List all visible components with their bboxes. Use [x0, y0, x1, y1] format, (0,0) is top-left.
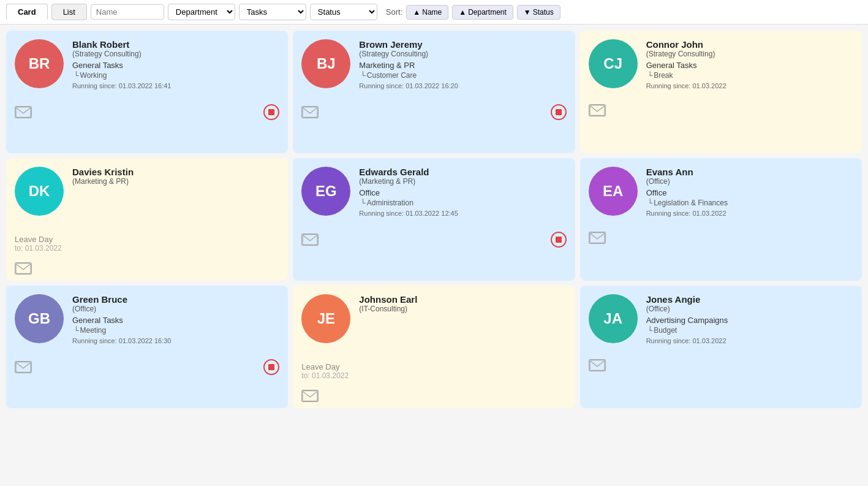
- card-name: Blank Robert: [72, 39, 279, 50]
- tasks-filter[interactable]: Tasks: [239, 4, 306, 20]
- avatar: EA: [589, 167, 638, 216]
- tab-card[interactable]: Card: [6, 4, 48, 20]
- card-name: Brown Jeremy: [359, 39, 566, 50]
- card-brown-jeremy: BJ Brown Jeremy (Strategy Consulting) Ma…: [293, 31, 575, 153]
- card-leave: Leave Day: [301, 357, 566, 371]
- stop-button[interactable]: [263, 359, 279, 375]
- card-dept: (Strategy Consulting): [359, 50, 566, 58]
- svg-rect-0: [16, 107, 31, 118]
- card-info: Brown Jeremy (Strategy Consulting) Marke…: [359, 39, 566, 89]
- stop-button[interactable]: [551, 104, 567, 120]
- mail-icon[interactable]: [589, 359, 606, 371]
- card-bottom: [589, 101, 853, 116]
- card-dept: (Marketing & PR): [72, 177, 279, 186]
- envelope-icon: [589, 232, 605, 244]
- svg-rect-5: [590, 233, 605, 243]
- card-info: Edwards Gerald (Marketing & PR) OfficeAd…: [359, 167, 566, 217]
- card-subtask: Working: [72, 71, 279, 80]
- mail-icon[interactable]: [15, 106, 32, 118]
- envelope-icon: [15, 106, 31, 118]
- card-running: Running since: 01.03.2022 16:20: [359, 82, 566, 89]
- department-filter[interactable]: Department: [168, 4, 235, 20]
- card-name: Evans Ann: [646, 167, 853, 177]
- card-name: Davies Kristin: [72, 167, 279, 177]
- card-task: Office: [359, 188, 566, 197]
- mail-icon[interactable]: [15, 361, 32, 373]
- card-bottom: [301, 228, 566, 248]
- card-subtask: Meeting: [72, 326, 279, 335]
- card-top: JA Jones Angie (Office) Advertising Camp…: [589, 294, 853, 344]
- sort-dept-label: Department: [468, 8, 507, 17]
- card-jones-angie: JA Jones Angie (Office) Advertising Camp…: [580, 286, 862, 408]
- card-info: Davies Kristin (Marketing & PR): [72, 167, 279, 188]
- card-task: General Tasks: [72, 61, 279, 70]
- envelope-icon: [589, 104, 605, 116]
- card-dept: (Office): [646, 177, 853, 186]
- card-leave-date: to: 01.03.2022: [15, 244, 279, 252]
- card-dept: (IT-Consulting): [359, 305, 566, 313]
- card-name: Edwards Gerald: [359, 167, 566, 177]
- mail-icon[interactable]: [301, 234, 319, 246]
- card-davies-kristin: DK Davies Kristin (Marketing & PR) Leave…: [6, 158, 288, 281]
- envelope-icon: [15, 361, 31, 373]
- card-running: Running since: 01.03.2022: [646, 337, 853, 344]
- svg-rect-6: [16, 362, 31, 373]
- card-running: Running since: 01.03.2022: [646, 82, 853, 89]
- stop-button[interactable]: [263, 104, 279, 120]
- card-running: Running since: 01.03.2022: [646, 210, 853, 217]
- status-filter[interactable]: Status: [310, 4, 377, 20]
- avatar: CJ: [589, 39, 638, 88]
- mail-icon[interactable]: [15, 262, 32, 275]
- card-bottom: [15, 101, 279, 120]
- card-info: Green Bruce (Office) General TasksMeetin…: [72, 294, 279, 344]
- svg-rect-8: [590, 360, 605, 371]
- stop-button[interactable]: [551, 232, 567, 248]
- card-top: JE Johnson Earl (IT-Consulting): [301, 294, 566, 343]
- cards-grid: BR Blank Robert (Strategy Consulting) Ge…: [0, 25, 868, 414]
- card-blank-robert: BR Blank Robert (Strategy Consulting) Ge…: [6, 31, 288, 153]
- card-bottom: [589, 355, 853, 371]
- card-name: Connor John: [646, 39, 853, 50]
- card-top: DK Davies Kristin (Marketing & PR): [15, 167, 279, 216]
- card-task: General Tasks: [72, 316, 279, 325]
- card-running: Running since: 01.03.2022 16:41: [72, 82, 279, 89]
- sort-status-button[interactable]: ▼ Status: [517, 5, 560, 20]
- sort-name-button[interactable]: ▲ Name: [406, 5, 448, 20]
- card-info: Johnson Earl (IT-Consulting): [359, 294, 566, 316]
- envelope-icon: [302, 234, 318, 246]
- svg-rect-7: [303, 391, 317, 401]
- avatar: EG: [301, 167, 350, 216]
- card-name: Green Bruce: [72, 294, 279, 305]
- card-task: Office: [646, 188, 853, 197]
- card-top: CJ Connor John (Strategy Consulting) Gen…: [589, 39, 853, 89]
- card-evans-ann: EA Evans Ann (Office) OfficeLegislation …: [580, 158, 862, 281]
- svg-rect-3: [16, 264, 31, 274]
- sort-label: Sort:: [386, 7, 402, 17]
- card-bottom: [301, 386, 566, 402]
- toolbar: Card List Department Tasks Status Sort: …: [0, 0, 868, 25]
- card-running: Running since: 01.03.2022 16:30: [72, 337, 279, 344]
- card-top: EG Edwards Gerald (Marketing & PR) Offic…: [301, 167, 566, 217]
- name-filter-input[interactable]: [91, 4, 164, 20]
- avatar: GB: [15, 294, 64, 343]
- envelope-icon: [302, 106, 318, 118]
- card-info: Connor John (Strategy Consulting) Genera…: [646, 39, 853, 89]
- envelope-icon: [589, 359, 605, 371]
- mail-icon[interactable]: [589, 232, 606, 244]
- mail-icon[interactable]: [301, 390, 319, 402]
- card-task: Marketing & PR: [359, 61, 566, 70]
- avatar: BJ: [301, 39, 350, 88]
- card-top: BJ Brown Jeremy (Strategy Consulting) Ma…: [301, 39, 566, 89]
- sort-department-button[interactable]: ▲ Department: [452, 5, 513, 20]
- mail-icon[interactable]: [589, 104, 606, 116]
- avatar: JA: [589, 294, 638, 343]
- tab-list[interactable]: List: [51, 4, 87, 20]
- card-bottom: [15, 355, 279, 375]
- card-info: Blank Robert (Strategy Consulting) Gener…: [72, 39, 279, 89]
- card-top: EA Evans Ann (Office) OfficeLegislation …: [589, 167, 853, 217]
- sort-dept-arrow: ▲: [459, 8, 466, 17]
- card-running: Running since: 01.03.2022 12:45: [359, 210, 566, 217]
- sort-status-arrow: ▼: [524, 8, 531, 17]
- avatar: JE: [301, 294, 350, 343]
- mail-icon[interactable]: [301, 106, 319, 118]
